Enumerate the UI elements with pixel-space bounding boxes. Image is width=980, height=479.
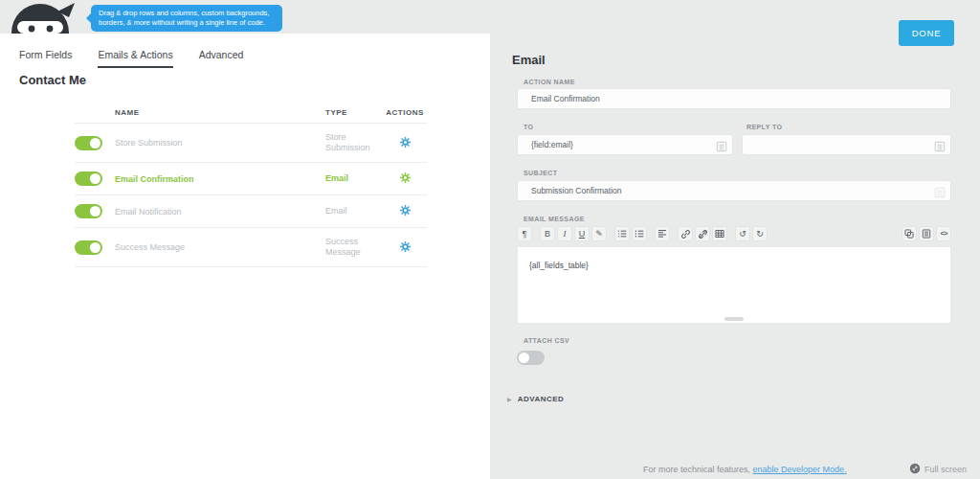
undo-button[interactable]: ↺ — [735, 226, 750, 241]
fullscreen-icon — [909, 463, 921, 476]
toggle-knob — [90, 242, 100, 253]
action-type: Email — [325, 173, 383, 184]
action-name[interactable]: Email Notification — [115, 207, 325, 217]
enable-developer-mode-link[interactable]: enable Developer Mode. — [753, 465, 847, 474]
form-title: Contact Me — [19, 73, 86, 87]
gear-icon[interactable] — [400, 137, 411, 148]
full-screen-button[interactable]: Full screen — [909, 463, 967, 476]
action-type: Success Message — [325, 237, 383, 258]
gear-icon[interactable] — [400, 205, 411, 216]
action-enabled-toggle[interactable] — [75, 171, 102, 186]
ninja-forms-logo[interactable] — [8, 0, 75, 34]
action-type: Email — [325, 206, 383, 217]
table-row-email-confirmation: Email Confirmation Email — [75, 163, 427, 195]
attach-csv-label: ATTACH CSV — [523, 337, 569, 344]
column-header-type: TYPE — [325, 108, 383, 117]
ordered-list-button[interactable] — [614, 226, 630, 241]
underline-button[interactable]: U — [574, 226, 590, 241]
action-type: Store Submission — [325, 132, 383, 153]
action-name[interactable]: Success Message — [115, 242, 325, 252]
feature-tooltip: Drag & drop rows and columns, custom bac… — [91, 5, 282, 32]
to-input[interactable] — [517, 134, 733, 155]
merge-tags-icon[interactable] — [716, 139, 727, 156]
email-message-content: {all_fields_table} — [529, 261, 589, 270]
add-media-button[interactable] — [902, 226, 917, 241]
toggle-knob — [90, 173, 100, 184]
merge-tags-button[interactable] — [919, 226, 934, 241]
chevron-right-icon: ▶ — [507, 396, 512, 402]
action-enabled-toggle[interactable] — [75, 136, 102, 150]
resize-handle[interactable] — [724, 317, 744, 321]
column-header-name: NAME — [115, 108, 325, 117]
tooltip-line-1: Drag & drop rows and columns, custom bac… — [99, 9, 275, 18]
action-name[interactable]: Store Submission — [115, 138, 325, 148]
actions-table-header: NAME TYPE ACTIONS — [75, 103, 427, 124]
email-message-editor[interactable]: {all_fields_table} — [517, 246, 951, 324]
email-message-label: EMAIL MESSAGE — [523, 216, 585, 222]
attach-csv-toggle[interactable] — [517, 351, 545, 365]
toggle-knob — [519, 353, 529, 363]
table-row-email-notification: Email Notification Email — [75, 195, 427, 228]
table-row-store-submission: Store Submission Store Submission — [75, 124, 427, 163]
fullscreen-label: Full screen — [924, 465, 967, 474]
advanced-section-toggle[interactable]: ▶ ADVANCED — [507, 395, 564, 403]
paragraph-button[interactable]: ¶ — [517, 226, 532, 241]
action-enabled-toggle[interactable] — [75, 204, 102, 218]
tab-advanced[interactable]: Advanced — [199, 49, 244, 68]
form-builder-panel: Form Fields Emails & Actions Advanced Co… — [0, 34, 490, 479]
merge-tags-icon[interactable] — [934, 139, 946, 156]
actions-table: NAME TYPE ACTIONS Store Submission Store… — [75, 103, 427, 267]
insert-link-button[interactable] — [678, 226, 693, 241]
advanced-label: ADVANCED — [518, 395, 565, 403]
to-label: TO — [523, 124, 533, 130]
tab-form-fields[interactable]: Form Fields — [19, 49, 72, 68]
tab-emails-actions[interactable]: Emails & Actions — [98, 49, 172, 68]
action-name-label: ACTION NAME — [523, 79, 575, 85]
unordered-list-button[interactable] — [632, 226, 647, 241]
action-settings-panel: Email ACTION NAME TO REPLY TO SUBJECT EM… — [490, 0, 980, 479]
gear-icon[interactable] — [400, 241, 411, 252]
subject-input[interactable] — [517, 180, 951, 201]
action-name-input[interactable] — [517, 88, 951, 109]
column-header-actions: ACTIONS — [383, 108, 427, 117]
panel-title: Email — [512, 53, 546, 67]
toggle-knob — [90, 138, 100, 148]
remove-link-button[interactable] — [695, 226, 710, 241]
bold-button[interactable]: B — [540, 226, 555, 241]
tab-bar: Form Fields Emails & Actions Advanced — [19, 49, 243, 68]
gear-icon[interactable] — [400, 172, 411, 183]
remove-format-button[interactable]: ✎ — [591, 226, 607, 241]
done-button[interactable]: DONE — [899, 20, 954, 46]
developer-mode-note: For more technical features, enable Deve… — [643, 465, 847, 474]
action-name[interactable]: Email Confirmation — [115, 174, 325, 184]
redo-button[interactable]: ↻ — [752, 226, 768, 241]
action-enabled-toggle[interactable] — [75, 240, 102, 255]
reply-to-input[interactable] — [742, 134, 951, 155]
align-left-button[interactable] — [655, 226, 670, 241]
rich-text-toolbar: ¶ B I U ✎ — [517, 226, 951, 242]
code-view-button[interactable]: <> — [936, 226, 951, 241]
italic-button[interactable]: I — [557, 226, 572, 241]
footer-text: For more technical features, — [643, 465, 753, 474]
tooltip-line-2: borders, & more without writing a single… — [99, 18, 275, 28]
merge-tags-icon[interactable] — [934, 185, 946, 202]
table-row-success-message: Success Message Success Message — [75, 228, 427, 267]
reply-to-label: REPLY TO — [746, 124, 782, 130]
insert-table-button[interactable] — [712, 226, 727, 241]
subject-label: SUBJECT — [523, 170, 557, 176]
toggle-knob — [90, 206, 100, 217]
